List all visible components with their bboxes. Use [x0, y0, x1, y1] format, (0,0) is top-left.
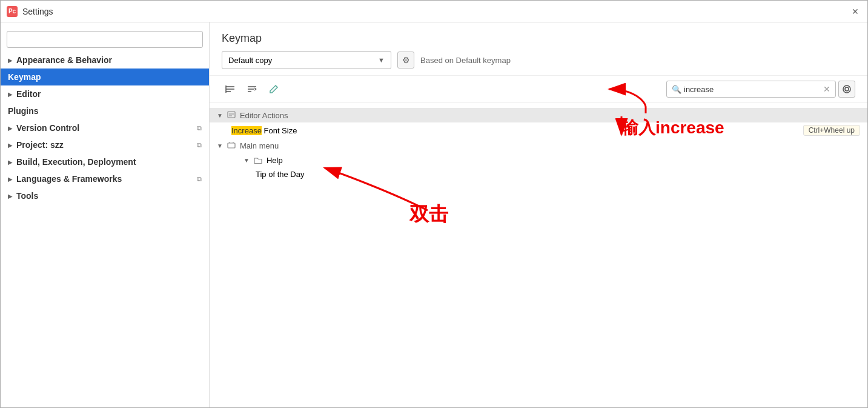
sidebar-search-input[interactable]: [7, 31, 203, 48]
toolbar-left: [222, 81, 282, 98]
tree-group-main-menu[interactable]: ▼ Main menu: [210, 138, 867, 153]
sidebar-item-keymap[interactable]: Keymap: [1, 69, 209, 85]
collapse-all-icon: [247, 84, 257, 95]
sidebar: ▶ Appearance & Behavior Keymap ▶ Editor …: [1, 22, 210, 407]
settings-window: Pc Settings ✕ ▶ Appearance & Behavior Ke…: [0, 0, 868, 408]
tree-item-increase-font-size[interactable]: Increase Font Size Ctrl+Wheel up: [210, 122, 867, 138]
sidebar-item-label: Editor: [16, 89, 41, 99]
keymap-dropdown-value: Default copy: [228, 56, 272, 65]
font-size-label: Font Size: [262, 126, 297, 135]
help-label: Help: [267, 156, 283, 165]
close-button[interactable]: ✕: [849, 5, 861, 18]
sidebar-item-build[interactable]: ▶ Build, Execution, Deployment: [1, 153, 209, 170]
sidebar-item-tools[interactable]: ▶ Tools: [1, 187, 209, 204]
svg-rect-11: [228, 112, 235, 118]
sidebar-item-appearance[interactable]: ▶ Appearance & Behavior: [1, 52, 209, 69]
sidebar-item-label: Project: szz: [16, 140, 64, 150]
highlight-increase: Increase: [231, 126, 262, 135]
sidebar-item-label: Tools: [16, 191, 38, 201]
chevron-down-icon: ▼: [217, 112, 223, 119]
dropdown-arrow-icon: ▼: [378, 56, 385, 64]
chevron-down-icon: ▼: [217, 142, 223, 149]
search-right: 🔍 increase ✕: [666, 81, 855, 98]
sidebar-item-label: Build, Execution, Deployment: [16, 157, 136, 167]
sidebar-item-label: Keymap: [8, 72, 41, 82]
chevron-right-icon: ▶: [8, 159, 13, 166]
content-area: Keymap Default copy ▼ ⚙ Based on Default…: [210, 22, 867, 407]
chevron-right-icon: ▶: [8, 57, 13, 64]
expand-all-icon: [225, 84, 236, 95]
chevron-right-icon: ▶: [8, 125, 13, 132]
gear-button[interactable]: ⚙: [397, 52, 414, 69]
search-icon: 🔍: [672, 85, 681, 94]
shortcut-badge: Ctrl+Wheel up: [803, 125, 860, 136]
sidebar-item-label: Appearance & Behavior: [16, 55, 112, 65]
tree-group-editor-actions[interactable]: ▼ Editor Actions: [210, 108, 867, 122]
copy-icon: ⧉: [197, 124, 202, 132]
app-icon: Pc: [7, 6, 18, 17]
edit-button[interactable]: [265, 81, 282, 98]
chevron-down-icon: ▼: [244, 157, 250, 164]
sidebar-item-label: Plugins: [8, 106, 39, 116]
expand-all-button[interactable]: [222, 81, 239, 98]
search-field: 🔍 increase ✕: [666, 81, 836, 98]
keymap-dropdown[interactable]: Default copy ▼: [222, 51, 391, 69]
tree-area: ▼ Editor Actions Increase Font Size: [210, 103, 867, 407]
page-title: Keymap: [222, 32, 855, 45]
copy-icon: ⧉: [197, 175, 202, 183]
sidebar-item-project[interactable]: ▶ Project: szz ⧉: [1, 136, 209, 153]
based-on-label: Based on Default keymap: [420, 56, 511, 65]
pencil-icon: [269, 84, 279, 94]
folder-icon: [253, 155, 263, 165]
tree-item-name: Tip of the Day: [256, 170, 304, 179]
search-input-value[interactable]: increase: [684, 85, 821, 94]
chevron-right-icon: ▶: [8, 176, 13, 182]
main-menu-label: Main menu: [240, 141, 279, 150]
sidebar-item-plugins[interactable]: Plugins: [1, 102, 209, 119]
sidebar-item-label: Languages & Frameworks: [16, 174, 122, 184]
svg-rect-14: [228, 143, 235, 148]
sidebar-item-version-control[interactable]: ▶ Version Control ⧉: [1, 119, 209, 136]
title-bar-right: ✕: [849, 5, 861, 18]
main-area: ▶ Appearance & Behavior Keymap ▶ Editor …: [1, 22, 867, 407]
main-menu-icon: [227, 141, 236, 150]
svg-point-9: [843, 85, 850, 93]
copy-icon: ⧉: [197, 141, 202, 149]
content-header: Keymap Default copy ▼ ⚙ Based on Default…: [210, 22, 867, 76]
sidebar-item-languages[interactable]: ▶ Languages & Frameworks ⧉: [1, 170, 209, 187]
title-bar: Pc Settings ✕: [1, 1, 867, 22]
toolbar-row: 🔍 increase ✕: [210, 76, 867, 103]
editor-actions-icon: [227, 110, 236, 120]
tree-item-tip-of-day[interactable]: Tip of the Day: [210, 167, 867, 181]
svg-line-8: [254, 89, 256, 90]
editor-actions-label: Editor Actions: [240, 111, 288, 120]
chevron-right-icon: ▶: [8, 91, 13, 98]
chevron-right-icon: ▶: [8, 142, 13, 149]
search-clear-button[interactable]: ✕: [823, 84, 830, 94]
tree-item-name: Increase Font Size: [231, 126, 297, 135]
chevron-right-icon: ▶: [8, 193, 13, 199]
sidebar-item-label: Version Control: [16, 123, 79, 133]
sidebar-search-bar: [1, 27, 209, 52]
search-options-icon: [842, 84, 852, 94]
title-bar-left: Pc Settings: [7, 6, 53, 17]
content-panel: Keymap Default copy ▼ ⚙ Based on Default…: [210, 22, 867, 407]
svg-point-10: [845, 87, 849, 91]
keymap-selector-row: Default copy ▼ ⚙ Based on Default keymap: [222, 51, 855, 69]
tree-item-help-group[interactable]: ▼ Help: [210, 153, 867, 167]
search-options-button[interactable]: [838, 81, 855, 98]
window-title: Settings: [22, 7, 53, 16]
sidebar-item-editor[interactable]: ▶ Editor: [1, 85, 209, 102]
collapse-all-button[interactable]: [244, 81, 260, 98]
